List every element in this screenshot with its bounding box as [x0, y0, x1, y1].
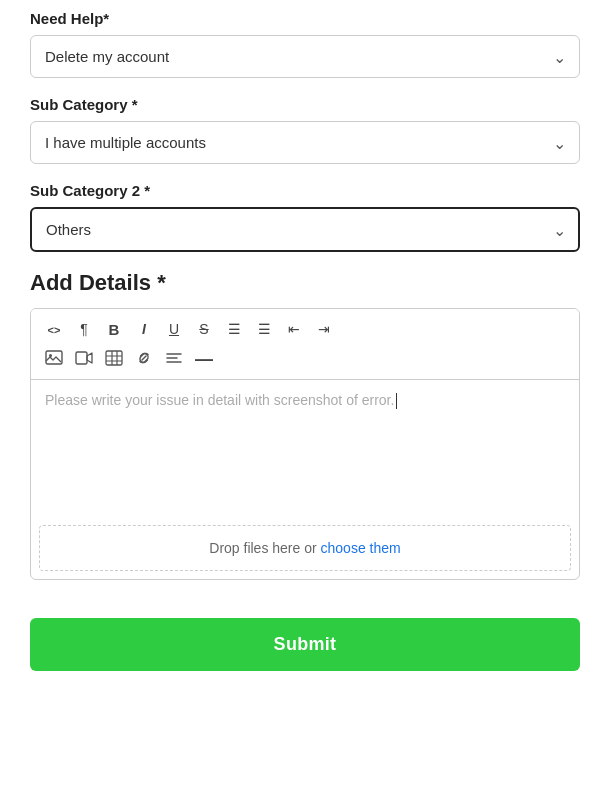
toolbar-align-button[interactable]	[159, 345, 189, 373]
ul-icon: ☰	[228, 321, 241, 337]
image-icon	[45, 349, 63, 370]
toolbar-indent-left-button[interactable]: ⇤	[279, 315, 309, 343]
toolbar-code-button[interactable]	[39, 315, 69, 343]
align-icon	[165, 349, 183, 370]
toolbar-indent-right-button[interactable]: ⇥	[309, 315, 339, 343]
toolbar-ul-button[interactable]: ☰	[219, 315, 249, 343]
add-details-label: Add Details *	[30, 270, 580, 296]
sub-category-select[interactable]: I have multiple accounts	[30, 121, 580, 164]
sub-category-select-wrapper: I have multiple accounts ⌄	[30, 121, 580, 164]
toolbar-row-2: —	[39, 345, 571, 373]
toolbar-table-button[interactable]	[99, 345, 129, 373]
toolbar-bold-button[interactable]	[99, 315, 129, 343]
toolbar-underline-button[interactable]	[159, 315, 189, 343]
toolbar-strikethrough-button[interactable]	[189, 315, 219, 343]
ol-icon: ☰	[258, 321, 271, 337]
editor-placeholder: Please write your issue in detail with s…	[45, 392, 394, 408]
toolbar-video-button[interactable]	[69, 345, 99, 373]
toolbar-row-1: ☰ ☰ ⇤ ⇥	[39, 315, 571, 343]
table-icon	[105, 349, 123, 370]
video-icon	[75, 349, 93, 370]
toolbar-link-button[interactable]	[129, 345, 159, 373]
add-details-group: Add Details * ☰ ☰ ⇤ ⇥	[30, 270, 580, 580]
indent-left-icon: ⇤	[288, 321, 300, 337]
italic-icon	[142, 321, 146, 337]
sub-category-2-select[interactable]: Others	[30, 207, 580, 252]
need-help-group: Need Help* Delete my account ⌄	[30, 10, 580, 78]
editor-container: ☰ ☰ ⇤ ⇥	[30, 308, 580, 580]
choose-files-link[interactable]: choose them	[321, 540, 401, 556]
sub-category-2-select-wrapper: Others ⌄	[30, 207, 580, 252]
bold-icon	[109, 321, 120, 338]
need-help-select[interactable]: Delete my account	[30, 35, 580, 78]
sub-category-label: Sub Category *	[30, 96, 580, 113]
code-icon	[48, 321, 61, 337]
text-cursor	[396, 393, 397, 409]
editor-toolbar: ☰ ☰ ⇤ ⇥	[31, 309, 579, 380]
need-help-label: Need Help*	[30, 10, 580, 27]
toolbar-divider-button[interactable]: —	[189, 345, 219, 373]
file-drop-zone[interactable]: Drop files here or choose them	[39, 525, 571, 571]
link-icon	[135, 349, 153, 370]
toolbar-paragraph-button[interactable]	[69, 315, 99, 343]
toolbar-image-button[interactable]	[39, 345, 69, 373]
toolbar-ol-button[interactable]: ☰	[249, 315, 279, 343]
svg-rect-0	[46, 351, 62, 364]
svg-rect-3	[106, 351, 122, 365]
svg-rect-2	[76, 352, 87, 364]
editor-textarea[interactable]: Please write your issue in detail with s…	[31, 380, 579, 525]
need-help-select-wrapper: Delete my account ⌄	[30, 35, 580, 78]
strikethrough-icon	[199, 321, 208, 337]
submit-button[interactable]: Submit	[30, 618, 580, 671]
sub-category-2-label: Sub Category 2 *	[30, 182, 580, 199]
drop-zone-text: Drop files here or	[209, 540, 320, 556]
sub-category-group: Sub Category * I have multiple accounts …	[30, 96, 580, 164]
paragraph-icon	[80, 321, 88, 337]
underline-icon	[169, 321, 179, 337]
sub-category-2-group: Sub Category 2 * Others ⌄	[30, 182, 580, 252]
svg-point-1	[49, 354, 52, 357]
toolbar-italic-button[interactable]	[129, 315, 159, 343]
divider-icon: —	[195, 349, 213, 370]
indent-right-icon: ⇥	[318, 321, 330, 337]
